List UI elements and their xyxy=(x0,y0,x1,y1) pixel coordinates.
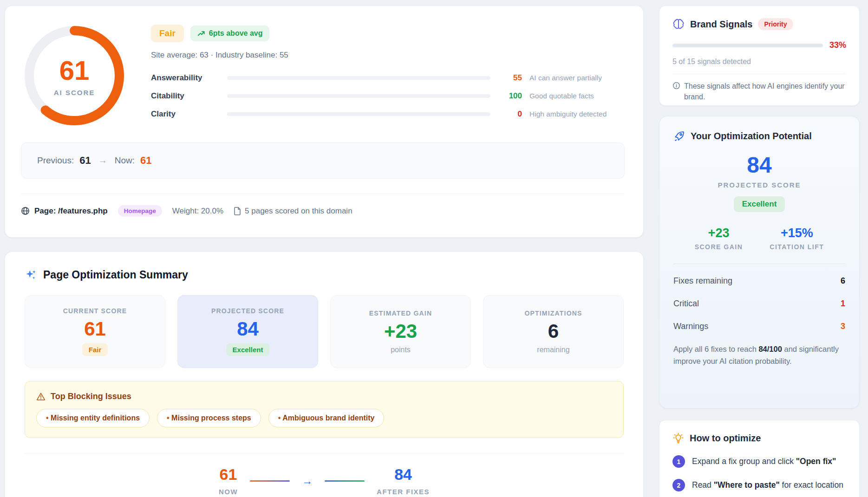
metric-value: 0 xyxy=(496,110,522,119)
ai-score-gauge: 61 AI SCORE xyxy=(21,22,128,129)
stat-badge: Fair xyxy=(82,343,108,356)
stat-estimated-gain: ESTIMATED GAIN +23 points xyxy=(330,295,471,368)
globe-icon xyxy=(21,207,30,215)
signals-note: These signals affect how AI engines iden… xyxy=(672,81,846,102)
trend-up-icon xyxy=(197,30,205,38)
pages-scored: 5 pages scored on this domain xyxy=(234,207,352,216)
projected-score-value: 84 xyxy=(673,154,845,176)
summary-stats: CURRENT SCORE 61 Fair PROJECTED SCORE 84… xyxy=(25,295,624,368)
dashboard: 61 AI SCORE Fair 6pts above avg xyxy=(0,0,868,497)
potential-title: Your Optimization Potential xyxy=(691,131,812,142)
signals-percent: 33% xyxy=(829,40,846,50)
critical-row: Critical 1 xyxy=(673,292,845,315)
metric-label: Citability xyxy=(151,91,227,101)
signals-progress: 33% xyxy=(672,40,846,50)
issue-pill[interactable]: Missing process steps xyxy=(157,409,261,427)
stat-optimizations: OPTIMIZATIONS 6 remaining xyxy=(483,295,624,368)
page-weight: Weight: 20.0% xyxy=(172,207,223,216)
step-number-badge: 2 xyxy=(672,479,685,491)
sparkles-icon xyxy=(25,269,37,281)
metric-desc: High ambiguity detected xyxy=(529,110,625,118)
lightbulb-icon xyxy=(672,432,684,444)
main-column: 61 AI SCORE Fair 6pts above avg xyxy=(5,6,644,497)
page-name: Page: /features.php xyxy=(21,207,108,216)
step-number-badge: 1 xyxy=(672,455,685,468)
page-type-badge: Homepage xyxy=(118,205,162,217)
issue-pill[interactable]: Missing entity definitions xyxy=(36,409,150,427)
progress-bar xyxy=(672,44,823,47)
divider xyxy=(673,264,845,264)
metric-bar xyxy=(227,76,490,80)
brand-signals-card: Brand Signals Priority 33% 5 of 15 signa… xyxy=(659,6,860,106)
priority-badge: Priority xyxy=(758,18,793,30)
score-now: 61 NOW xyxy=(219,466,238,496)
signals-detected: 5 of 15 signals detected xyxy=(672,58,846,66)
metric-bar xyxy=(227,94,490,98)
metric-value: 100 xyxy=(496,91,522,101)
now-label: Now: xyxy=(115,155,135,166)
averages-line: Site average: 63 · Industry baseline: 55 xyxy=(151,51,625,60)
side-column: Brand Signals Priority 33% 5 of 15 signa… xyxy=(659,6,860,497)
gradient-line xyxy=(325,480,365,482)
metric-row-answerability: Answerability 55 AI can answer partially xyxy=(151,71,625,85)
now-value: 61 xyxy=(140,155,151,167)
gradient-line xyxy=(250,480,290,482)
blocking-title: Top Blocking Issues xyxy=(51,392,131,401)
score-after-fixes: 84 AFTER FIXES xyxy=(377,466,430,496)
stat-badge: Excellent xyxy=(226,343,270,356)
previous-label: Previous: xyxy=(37,155,74,166)
brain-icon xyxy=(672,18,685,30)
projected-score-label: PROJECTED SCORE xyxy=(673,181,845,189)
metric-value: 55 xyxy=(496,73,522,83)
top-blocking-issues-panel: Top Blocking Issues Missing entity defin… xyxy=(25,381,624,438)
info-icon xyxy=(672,82,680,90)
stat-current-score: CURRENT SCORE 61 Fair xyxy=(25,295,165,368)
metric-label: Clarity xyxy=(151,110,227,119)
metric-label: Answerability xyxy=(151,73,227,83)
warnings-row: Warnings 3 xyxy=(673,315,845,338)
before-after-comparison: 61 NOW → 84 AFTER FIXES xyxy=(25,453,624,497)
optimization-potential-card: Your Optimization Potential 84 PROJECTED… xyxy=(659,116,860,408)
trend-badge-label: 6pts above avg xyxy=(209,29,263,38)
metric-desc: Good quotable facts xyxy=(529,92,625,100)
score-history: Previous: 61 → Now: 61 xyxy=(21,142,625,179)
excellent-badge: Excellent xyxy=(734,196,785,212)
previous-value: 61 xyxy=(79,155,91,167)
citation-lift-stat: +15% CITATION LIFT xyxy=(770,227,824,251)
page-info-row: Page: /features.php Homepage Weight: 20.… xyxy=(21,194,625,217)
trend-badge: 6pts above avg xyxy=(190,26,270,41)
how-to-optimize-card: How to optimize 1 Expand a fix group and… xyxy=(659,420,860,497)
arrow-right-icon: → xyxy=(302,475,313,487)
ai-score-card: 61 AI SCORE Fair 6pts above avg xyxy=(5,6,644,238)
ai-score-value: 61 xyxy=(59,57,90,84)
fixes-remaining-row: Fixes remaining 6 xyxy=(673,270,845,292)
rocket-icon xyxy=(673,130,685,142)
warning-triangle-icon xyxy=(36,392,46,401)
howto-step-1: 1 Expand a fix group and click "Open fix… xyxy=(672,455,846,468)
metric-row-citability: Citability 100 Good quotable facts xyxy=(151,89,625,103)
divider xyxy=(672,74,846,74)
ai-score-label: AI SCORE xyxy=(54,89,95,97)
metric-row-clarity: Clarity 0 High ambiguity detected xyxy=(151,107,625,121)
rating-badge: Fair xyxy=(151,25,184,42)
brand-signals-title: Brand Signals xyxy=(690,19,752,30)
howto-title: How to optimize xyxy=(690,433,761,444)
issue-pill[interactable]: Ambiguous brand identity xyxy=(268,409,385,427)
stat-projected-score: PROJECTED SCORE 84 Excellent xyxy=(177,295,318,368)
score-gain-stat: +23 SCORE GAIN xyxy=(695,227,743,251)
optimization-summary-card: Page Optimization Summary CURRENT SCORE … xyxy=(5,252,644,497)
metric-desc: AI can answer partially xyxy=(529,74,625,82)
howto-step-2: 2 Read "Where to paste" for exact locati… xyxy=(672,479,846,491)
score-top-section: 61 AI SCORE Fair 6pts above avg xyxy=(21,22,625,129)
document-icon xyxy=(234,207,241,215)
metric-bar xyxy=(227,112,490,116)
apply-note: Apply all 6 fixes to reach 84/100 and si… xyxy=(673,343,845,367)
summary-title: Page Optimization Summary xyxy=(43,269,188,281)
history-arrow-icon: → xyxy=(97,155,109,166)
